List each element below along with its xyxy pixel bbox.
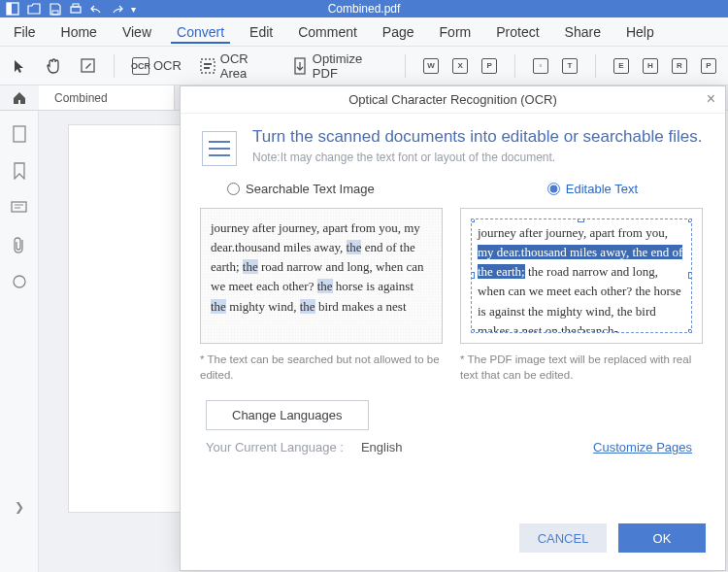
menu-bar: File Home View Convert Edit Comment Page… (0, 17, 728, 47)
menu-edit[interactable]: Edit (244, 20, 279, 44)
preview-searchable: journey after journey, apart from you, m… (200, 208, 443, 344)
to-rtf-button[interactable]: R (668, 54, 691, 78)
tab-combined[interactable]: Combined (39, 85, 175, 110)
preview-editable: journey after journey, apart from you, m… (460, 208, 703, 344)
epub-icon: E (613, 58, 629, 74)
text-icon: T (562, 58, 578, 74)
ppt-icon: P (481, 58, 497, 74)
resize-handle (578, 219, 584, 222)
to-image-button[interactable]: ▫ (529, 54, 552, 78)
home-tab[interactable] (0, 85, 39, 110)
print-icon[interactable] (69, 3, 83, 16)
html-icon: H (643, 58, 658, 74)
optimize-icon (292, 57, 309, 75)
dialog-buttons: CANCEL OK (181, 510, 725, 570)
to-word-button[interactable]: W (419, 54, 443, 78)
menu-comment[interactable]: Comment (292, 20, 363, 44)
optimize-label: Optimize PDF (313, 51, 387, 81)
resize-handle (471, 329, 475, 333)
to-epub-button[interactable]: E (610, 54, 633, 78)
separator (114, 54, 115, 78)
tool-edit-box[interactable] (76, 53, 100, 78)
dialog-titlebar: Optical Character Recognition (OCR) × (181, 86, 725, 114)
menu-file[interactable]: File (8, 20, 42, 44)
radio-searchable[interactable] (227, 183, 240, 195)
menu-form[interactable]: Form (434, 20, 478, 44)
svg-rect-6 (201, 59, 215, 73)
menu-page[interactable]: Page (377, 20, 420, 44)
tool-select-arrow[interactable] (8, 54, 31, 78)
to-pdfa-button[interactable]: P (697, 54, 720, 78)
attachments-icon[interactable] (10, 235, 29, 254)
tool-ocr[interactable]: OCR OCR (128, 53, 185, 79)
sidebar-expand[interactable]: ❯ (15, 500, 24, 514)
dialog-close-button[interactable]: × (707, 90, 715, 108)
pdfa-icon: P (701, 58, 716, 74)
tool-hand[interactable] (41, 53, 66, 79)
undo-icon[interactable] (90, 4, 103, 15)
option-searchable[interactable]: Searchable Text Image (227, 182, 375, 196)
home-icon (12, 91, 27, 105)
to-excel-button[interactable]: X (448, 54, 472, 78)
ocr-mode-options: Searchable Text Image Editable Text (181, 176, 725, 208)
highlighted-the: the (211, 299, 226, 314)
qat-dropdown-icon[interactable]: ▾ (131, 4, 136, 15)
window-title: Combined.pdf (328, 2, 401, 16)
option-editable-label: Editable Text (566, 182, 638, 196)
ocr-area-label: OCR Area (220, 51, 275, 81)
cancel-button[interactable]: CANCEL (519, 523, 607, 553)
to-html-button[interactable]: H (639, 54, 662, 78)
menu-home[interactable]: Home (55, 20, 103, 44)
language-info: Your Current Language : English Customiz… (181, 436, 725, 458)
thumbnails-icon[interactable] (10, 124, 29, 144)
convert-format-group-2: ▫ T (529, 54, 581, 78)
dialog-note: Note:It may change the text font or layo… (252, 151, 702, 164)
bookmarks-icon[interactable] (10, 161, 29, 181)
image-icon: ▫ (533, 58, 548, 74)
page-preview (68, 124, 184, 513)
preview-left-note: * The text can be searched but not allow… (200, 352, 443, 383)
language-row: Change Languages (181, 383, 725, 436)
dialog-previews: journey after journey, apart from you, m… (181, 208, 725, 383)
left-sidebar: ❯ (0, 111, 39, 572)
highlighted-the: the (347, 240, 362, 254)
menu-view[interactable]: View (116, 20, 157, 44)
option-editable[interactable]: Editable Text (547, 182, 638, 196)
radio-editable[interactable] (547, 183, 560, 195)
convert-format-group-3: E H R P (610, 54, 720, 78)
to-ppt-button[interactable]: P (478, 54, 501, 78)
menu-share[interactable]: Share (559, 20, 607, 44)
sample-text: journey after journey, apart from you, (478, 225, 668, 240)
menu-protect[interactable]: Protect (490, 20, 545, 44)
excel-icon: X (452, 58, 468, 74)
open-file-icon[interactable] (27, 3, 41, 15)
dialog-title: Optical Character Recognition (OCR) (348, 92, 557, 107)
redo-icon[interactable] (111, 4, 123, 15)
to-text-button[interactable]: T (558, 54, 581, 78)
tool-ocr-area[interactable]: OCR Area (195, 48, 279, 84)
svg-rect-8 (204, 67, 210, 69)
title-bar: ▾ Combined.pdf (0, 0, 728, 17)
search-panel-icon[interactable] (10, 272, 29, 291)
highlighted-the: the (300, 299, 315, 314)
highlighted-the: the (317, 279, 333, 293)
preview-right-note: * The PDF image text will be replaced wi… (460, 352, 703, 383)
tool-optimize-pdf[interactable]: Optimize PDF (288, 48, 392, 84)
svg-rect-4 (73, 4, 79, 7)
editable-textbox: journey after journey, apart from you, m… (471, 219, 692, 333)
app-logo-icon (6, 2, 19, 16)
option-searchable-label: Searchable Text Image (246, 182, 375, 196)
comments-icon[interactable] (10, 198, 29, 218)
ocr-label: OCR (153, 58, 182, 73)
quick-access-toolbar: ▾ (6, 0, 136, 17)
change-languages-button[interactable]: Change Languages (206, 400, 369, 430)
menu-help[interactable]: Help (620, 20, 660, 44)
save-icon[interactable] (49, 3, 61, 16)
ok-button[interactable]: OK (618, 523, 706, 553)
ocr-hero-icon (202, 131, 237, 166)
convert-format-group-1: W X P (419, 54, 501, 78)
word-icon: W (423, 58, 439, 74)
customize-pages-link[interactable]: Customize Pages (593, 440, 692, 454)
menu-convert[interactable]: Convert (171, 20, 230, 44)
separator (405, 54, 406, 78)
